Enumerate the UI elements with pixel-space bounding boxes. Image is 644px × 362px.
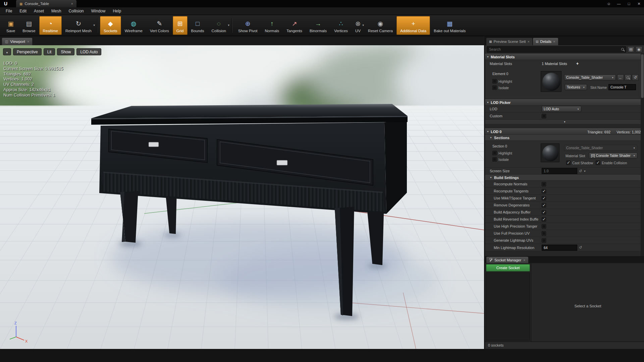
category-lod0[interactable]: ▼ LOD 0 Triangles: 692 Vertices: 1,002 — [485, 128, 644, 135]
stat-line: UV Channels: 2 — [3, 82, 63, 87]
toolbar-button[interactable]: ◍ Wireframe — [121, 16, 146, 35]
toolbar-button[interactable]: ◌ Collision — [208, 16, 230, 35]
chevron-down-icon[interactable]: ▼ — [584, 170, 586, 172]
cast-shadow-checkbox[interactable] — [566, 161, 571, 165]
menu-item[interactable]: Edit — [16, 7, 30, 15]
create-socket-button[interactable]: Create Socket — [486, 264, 530, 272]
expander-icon: ▼ — [490, 136, 492, 139]
screen-size-field[interactable]: 1.0 — [542, 168, 577, 174]
category-expand-button[interactable]: ▼ — [485, 120, 644, 124]
toolbar-button[interactable]: □ Bounds — [187, 16, 208, 35]
toolbar-button[interactable]: ◆ Sockets — [100, 16, 121, 35]
close-button[interactable]: × — [634, 0, 644, 7]
toolbar-separator — [232, 18, 232, 33]
toolbar-button[interactable]: ⊞ Grid — [173, 16, 187, 35]
enable-collision-checkbox[interactable] — [596, 161, 600, 165]
material-slot-dropdown[interactable]: [0] Console Table Shader ▼ — [589, 153, 637, 159]
scrollbar-thumb[interactable] — [641, 54, 644, 98]
menu-item[interactable]: Collision — [65, 7, 87, 15]
search-input[interactable]: Search — [487, 46, 626, 53]
tab-viewport[interactable]: ◫ Viewport × — [2, 38, 33, 45]
material-thumbnail[interactable] — [541, 71, 561, 92]
toolbar-button[interactable]: ⊕ Show Pivot — [234, 16, 261, 35]
highlight-checkbox[interactable] — [492, 151, 497, 155]
tab-preview-scene-settings[interactable]: ▦ Preview Scene Sett × — [486, 38, 532, 45]
viewport-toolbar-button[interactable]: Show — [57, 48, 74, 55]
minimize-button[interactable]: — — [614, 0, 624, 7]
property-matrix-button[interactable]: ▤ — [628, 46, 634, 53]
toolbar-button[interactable]: ⊗ UV — [352, 16, 364, 35]
subcategory-build-settings[interactable]: ▼ Build Settings — [485, 175, 644, 181]
tab-socket-manager[interactable]: Socket Manager × — [486, 257, 528, 263]
build-setting-row: Build Reversed Index Buffe — [485, 216, 644, 223]
material-asset-dropdown[interactable]: Console_Table_Shader ▼ — [564, 74, 616, 80]
viewport-3d[interactable]: PerspectiveLitShowLOD Auto LOD: 0Current… — [0, 45, 484, 349]
isolate-checkbox[interactable] — [492, 157, 497, 162]
list-icon: ▤ — [629, 47, 633, 52]
toolbar-button[interactable]: ▦ Bake out Materials — [430, 16, 469, 35]
toolbar-button[interactable]: → Binormals — [306, 16, 330, 35]
toolbar-button[interactable]: ↑ Normals — [261, 16, 283, 35]
toolbar-button[interactable]: ∴ Vertices — [330, 16, 352, 35]
tab-details[interactable]: ▤ Details × — [533, 38, 558, 45]
slot-name-field[interactable]: Console T — [608, 84, 636, 90]
checkbox[interactable] — [542, 196, 546, 200]
toolbar-button[interactable]: ▤ Browse — [19, 16, 39, 35]
reset-asset-button[interactable]: ↺ — [632, 74, 639, 81]
material-thumbnail[interactable] — [541, 143, 559, 162]
checkbox[interactable] — [542, 210, 546, 215]
close-icon[interactable]: × — [523, 258, 525, 262]
highlight-checkbox[interactable] — [492, 79, 497, 83]
isolate-checkbox[interactable] — [492, 85, 497, 90]
menu-item[interactable]: Window — [88, 7, 109, 15]
toolbar-button[interactable]: ◉ Reset Camera — [364, 16, 396, 35]
maximize-button[interactable]: □ — [624, 0, 634, 7]
feedback-icon[interactable]: ☺ — [604, 0, 614, 7]
menu-item[interactable]: Asset — [30, 7, 48, 15]
checkbox[interactable] — [542, 217, 546, 222]
menu-item[interactable]: Mesh — [48, 7, 65, 15]
expander-icon: ▼ — [487, 56, 489, 58]
viewport-toolbar-button[interactable]: Lit — [44, 48, 55, 55]
checkbox[interactable] — [542, 182, 546, 186]
menu-item[interactable]: File — [2, 7, 16, 15]
toolbar-button[interactable]: ↻ Reimport Mesh — [62, 16, 95, 35]
reset-to-default-icon[interactable]: ↺ — [579, 245, 582, 250]
checkbox[interactable] — [542, 224, 546, 229]
close-icon[interactable]: × — [528, 40, 530, 44]
min-lightmap-field[interactable]: 64 — [542, 245, 577, 251]
display-filter-button[interactable]: ◉ — [636, 46, 642, 53]
category-lod-picker[interactable]: ▼ LOD Picker — [485, 99, 644, 106]
toolbar-button[interactable]: ✎ Vert Colors — [146, 16, 173, 35]
checkbox[interactable] — [542, 203, 546, 207]
toolbar-separator — [97, 18, 98, 33]
checkbox[interactable] — [542, 238, 546, 243]
details-scrollbar[interactable] — [641, 54, 644, 256]
browse-to-asset-button[interactable] — [625, 74, 631, 81]
toolbar-button[interactable]: + Additional Data — [396, 16, 430, 35]
lod-dropdown[interactable]: LOD Auto ▼ — [542, 106, 581, 112]
checkbox[interactable] — [542, 189, 546, 193]
toolbar-button[interactable]: ↗ Tangents — [283, 16, 306, 35]
add-material-slot-button[interactable]: + — [576, 61, 579, 66]
viewport-toolbar-button[interactable]: LOD Auto — [76, 48, 101, 55]
textures-dropdown[interactable]: Textures ▼ — [565, 84, 587, 90]
category-material-slots[interactable]: ▼ Material Slots — [485, 54, 644, 60]
chevron-down-icon: ▼ — [612, 76, 614, 79]
close-icon[interactable]: × — [553, 40, 555, 44]
subcategory-sections[interactable]: ▼ Sections — [485, 135, 644, 141]
viewport-options-button[interactable] — [3, 48, 11, 55]
viewport-toolbar-button[interactable]: Perspective — [13, 48, 42, 55]
close-icon[interactable]: × — [27, 40, 29, 44]
section-material-dropdown[interactable]: Console_Table_Shader ▼ — [564, 145, 637, 151]
asset-window-tab[interactable]: ▦ Console_Table × — [16, 0, 76, 7]
custom-checkbox[interactable] — [542, 114, 546, 118]
reset-to-default-icon[interactable]: ↺ — [579, 169, 582, 173]
checkbox[interactable] — [542, 231, 546, 236]
menu-item[interactable]: Help — [109, 7, 125, 15]
close-icon[interactable]: × — [71, 2, 73, 6]
toolbar-button[interactable]: ▣ Save — [3, 16, 19, 35]
use-selected-asset-button[interactable]: ← — [617, 74, 624, 81]
socket-list[interactable] — [486, 273, 530, 341]
toolbar-button[interactable]: ◔ Realtime — [39, 16, 62, 35]
